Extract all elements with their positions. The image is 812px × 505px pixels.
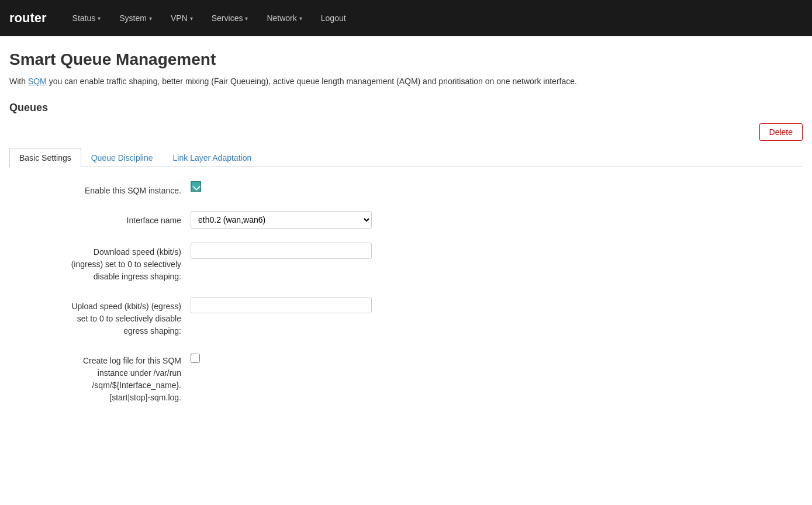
nav-status[interactable]: Status ▾ — [64, 9, 109, 27]
nav-vpn[interactable]: VPN ▾ — [163, 9, 201, 27]
page-description: With SQM you can enable traffic shaping,… — [9, 75, 803, 88]
nav-system-arrow: ▾ — [149, 15, 152, 22]
sqm-link[interactable]: SQM — [28, 77, 47, 86]
log-label: Create log file for this SQMinstance und… — [9, 351, 191, 404]
nav-services-arrow: ▾ — [245, 15, 248, 22]
nav-logout-label: Logout — [321, 13, 346, 23]
nav-services[interactable]: Services ▾ — [203, 9, 257, 27]
download-label: Download speed (kbit/s)(ingress) set to … — [9, 243, 191, 283]
enable-label: Enable this SQM instance. — [9, 181, 191, 197]
nav-status-label: Status — [72, 13, 96, 23]
log-checkbox[interactable] — [191, 354, 200, 363]
upload-row: Upload speed (kbit/s) (egress)set to 0 t… — [9, 297, 803, 337]
desc-prefix: With — [9, 77, 28, 86]
interface-label: Interface name — [9, 211, 191, 227]
delete-button[interactable]: Delete — [759, 123, 803, 141]
tab-link-layer-adaptation[interactable]: Link Layer Adaptation — [163, 148, 262, 167]
download-row: Download speed (kbit/s)(ingress) set to … — [9, 243, 803, 283]
download-input[interactable]: 57000 — [191, 243, 372, 259]
enable-control — [191, 181, 803, 192]
log-control — [191, 351, 803, 363]
interface-select[interactable]: eth0.2 (wan,wan6) — [191, 211, 372, 229]
nav-network-arrow: ▾ — [299, 15, 302, 22]
upload-control: 9500 — [191, 297, 803, 313]
nav-menu: Status ▾ System ▾ VPN ▾ Services ▾ Netwo… — [64, 9, 354, 27]
brand-logo[interactable]: router — [9, 11, 47, 26]
log-row: Create log file for this SQMinstance und… — [9, 351, 803, 404]
nav-vpn-label: VPN — [171, 13, 188, 23]
page-title: Smart Queue Management — [9, 50, 803, 69]
tab-bar: Basic Settings Queue Discipline Link Lay… — [9, 148, 803, 167]
main-content: Smart Queue Management With SQM you can … — [0, 36, 812, 432]
upload-label: Upload speed (kbit/s) (egress)set to 0 t… — [9, 297, 191, 337]
nav-system-label: System — [119, 13, 147, 23]
desc-suffix: you can enable traffic shaping, better m… — [47, 77, 577, 86]
download-control: 57000 — [191, 243, 803, 259]
upload-input[interactable]: 9500 — [191, 297, 372, 313]
nav-system[interactable]: System ▾ — [111, 9, 160, 27]
form-panel: Enable this SQM instance. Interface name… — [9, 181, 803, 404]
nav-status-arrow: ▾ — [98, 15, 101, 22]
enable-row: Enable this SQM instance. — [9, 181, 803, 197]
delete-area: Delete — [9, 123, 803, 141]
interface-control: eth0.2 (wan,wan6) — [191, 211, 803, 229]
tab-queue-discipline[interactable]: Queue Discipline — [81, 148, 163, 167]
nav-network[interactable]: Network ▾ — [258, 9, 310, 27]
enable-checkbox[interactable] — [191, 181, 201, 192]
navbar: router Status ▾ System ▾ VPN ▾ Services … — [0, 0, 812, 36]
nav-network-label: Network — [267, 13, 296, 23]
interface-row: Interface name eth0.2 (wan,wan6) — [9, 211, 803, 229]
queues-section-title: Queues — [9, 102, 803, 114]
nav-services-label: Services — [212, 13, 243, 23]
nav-vpn-arrow: ▾ — [190, 15, 193, 22]
nav-logout[interactable]: Logout — [313, 9, 354, 27]
tab-basic-settings[interactable]: Basic Settings — [9, 148, 81, 167]
